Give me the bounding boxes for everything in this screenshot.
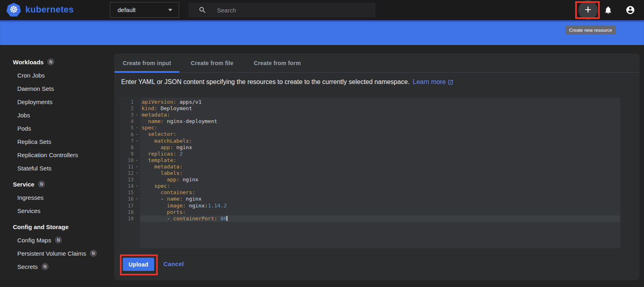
fold-icon[interactable]: ▾ bbox=[134, 133, 140, 136]
text-cursor bbox=[227, 216, 227, 221]
namespace-select[interactable]: default bbox=[110, 2, 179, 18]
code-line: replicas: 2 bbox=[140, 151, 620, 157]
code-line: name: nginx-deployment bbox=[140, 118, 620, 125]
sidebar-item-jobs[interactable]: Jobs bbox=[0, 111, 114, 119]
sidebar-section: WorkloadsNCron JobsDaemon SetsDeployment… bbox=[0, 58, 114, 172]
sidebar-item-daemon-sets[interactable]: Daemon Sets bbox=[0, 84, 114, 92]
line-number: 18 bbox=[122, 209, 134, 215]
line-number: 14 bbox=[122, 183, 134, 189]
sidebar-item-replication-controllers[interactable]: Replication Controllers bbox=[0, 151, 114, 159]
learn-more-label: Learn more bbox=[413, 78, 446, 86]
sidebar-item-label: Services bbox=[17, 207, 41, 214]
sidebar-section-label: Workloads bbox=[13, 59, 43, 66]
line-number: 16 bbox=[122, 196, 134, 202]
code-line: containers: bbox=[140, 189, 620, 196]
line-number: 3 bbox=[122, 112, 134, 118]
yaml-editor[interactable]: 1apiVersion: apps/v12kind: Deployment3▾m… bbox=[120, 98, 620, 248]
create-tabs: Create from inputCreate from fileCreate … bbox=[114, 53, 640, 73]
sidebar-item-label: Stateful Sets bbox=[17, 165, 52, 172]
new-badge: N bbox=[55, 236, 62, 244]
create-card: Create from inputCreate from fileCreate … bbox=[114, 53, 640, 280]
tooltip-create-new-resource: Create new resource bbox=[566, 25, 616, 35]
line-number-cell: 11▾ bbox=[120, 164, 140, 170]
sidebar-item-replica-sets[interactable]: Replica Sets bbox=[0, 137, 114, 146]
editor-line: 16▾ - name: nginx bbox=[120, 196, 620, 202]
new-badge: N bbox=[90, 250, 97, 257]
namespace-value: default bbox=[110, 6, 168, 13]
line-number: 15 bbox=[122, 190, 134, 195]
code-line: spec: bbox=[140, 183, 620, 189]
line-number-cell: 1 bbox=[120, 99, 140, 105]
sidebar-item-label: Pods bbox=[17, 125, 31, 132]
sidebar-section-service[interactable]: ServiceN bbox=[0, 180, 114, 188]
sidebar-item-stateful-sets[interactable]: Stateful Sets bbox=[0, 164, 114, 172]
account-button[interactable] bbox=[625, 5, 635, 15]
editor-line: 8 app: nginx bbox=[120, 144, 620, 151]
tab-create-from-form[interactable]: Create from form bbox=[245, 53, 310, 72]
fold-icon[interactable]: ▾ bbox=[134, 113, 140, 117]
tab-create-from-input[interactable]: Create from input bbox=[114, 53, 180, 72]
line-number: 9 bbox=[122, 151, 134, 157]
sidebar-item-label: Config Maps bbox=[17, 237, 51, 244]
line-number-cell: 15 bbox=[120, 189, 140, 196]
description-text: Enter YAML or JSON content specifying th… bbox=[121, 78, 410, 86]
code-line: apiVersion: apps/v1 bbox=[140, 99, 620, 105]
editor-line: 4 name: nginx-deployment bbox=[120, 118, 620, 125]
top-bar: ☸ kubernetes default + bbox=[0, 0, 644, 20]
kubernetes-logo[interactable]: ☸ kubernetes bbox=[6, 3, 74, 16]
line-number-cell: 16▾ bbox=[120, 196, 140, 202]
sidebar-section-workloads[interactable]: WorkloadsN bbox=[0, 58, 114, 66]
search-bar[interactable] bbox=[189, 3, 376, 17]
fold-icon[interactable]: ▾ bbox=[134, 172, 140, 175]
editor-line: 11▾ metadata: bbox=[120, 164, 620, 170]
brand-wordmark[interactable]: kubernetes bbox=[25, 4, 74, 15]
sidebar-item-cron-jobs[interactable]: Cron Jobs bbox=[0, 71, 114, 79]
sidebar-item-label: Deployments bbox=[17, 98, 53, 105]
sidebar-item-pods[interactable]: Pods bbox=[0, 124, 114, 132]
line-number: 17 bbox=[122, 203, 134, 209]
line-number: 5 bbox=[122, 125, 134, 131]
create-new-resource-button[interactable]: + bbox=[578, 0, 598, 20]
line-number: 13 bbox=[122, 177, 134, 182]
fold-icon[interactable]: ▾ bbox=[134, 197, 140, 201]
fold-icon[interactable]: ▾ bbox=[134, 139, 140, 143]
account-circle-icon bbox=[625, 5, 635, 15]
kubernetes-dashboard: ☸ kubernetes default + Create Create new… bbox=[0, 0, 644, 287]
line-number-cell: 13 bbox=[120, 176, 140, 183]
code-line: spec: bbox=[140, 125, 620, 131]
new-badge: N bbox=[41, 263, 49, 270]
tab-create-from-file[interactable]: Create from file bbox=[180, 53, 245, 72]
sidebar-item-label: Cron Jobs bbox=[17, 72, 45, 79]
line-number-cell: 4 bbox=[120, 118, 140, 125]
line-number-cell: 17 bbox=[120, 203, 140, 209]
line-number: 12 bbox=[122, 170, 134, 176]
fold-icon[interactable]: ▾ bbox=[134, 159, 140, 162]
sidebar-item-config-maps[interactable]: Config MapsN bbox=[0, 236, 114, 244]
new-badge: N bbox=[47, 58, 54, 66]
cancel-button[interactable]: Cancel bbox=[163, 260, 184, 267]
line-number-cell: 18 bbox=[120, 209, 140, 215]
editor-line: 19 - containerPort: 80 bbox=[120, 215, 620, 222]
fold-icon[interactable]: ▾ bbox=[134, 126, 140, 129]
sidebar-section-config-and-storage[interactable]: Config and Storage bbox=[0, 223, 114, 231]
fold-icon[interactable]: ▾ bbox=[134, 165, 140, 168]
learn-more-link[interactable]: Learn more bbox=[413, 78, 454, 86]
sidebar-item-ingresses[interactable]: Ingresses bbox=[0, 193, 114, 201]
sidebar-item-persistent-volume-claims[interactable]: Persistent Volume ClaimsN bbox=[0, 249, 114, 257]
fold-icon[interactable]: ▾ bbox=[134, 184, 140, 188]
sidebar-item-label: Ingresses bbox=[17, 194, 43, 201]
code-line: metadata: bbox=[140, 164, 620, 170]
notifications-button[interactable] bbox=[604, 6, 613, 14]
external-link-icon bbox=[448, 79, 454, 85]
line-number-cell: 12▾ bbox=[120, 170, 140, 176]
line-number: 4 bbox=[122, 119, 134, 124]
line-number-cell: 19 bbox=[120, 215, 140, 222]
editor-line: 18 ports: bbox=[120, 209, 620, 215]
code-line: - containerPort: 80 bbox=[140, 215, 620, 222]
search-input[interactable] bbox=[217, 7, 350, 14]
sidebar-item-services[interactable]: Services bbox=[0, 207, 114, 215]
upload-button[interactable]: Upload bbox=[123, 258, 154, 271]
sidebar-item-secrets[interactable]: SecretsN bbox=[0, 262, 114, 271]
editor-line: 2kind: Deployment bbox=[120, 105, 620, 112]
sidebar-item-deployments[interactable]: Deployments bbox=[0, 98, 114, 106]
